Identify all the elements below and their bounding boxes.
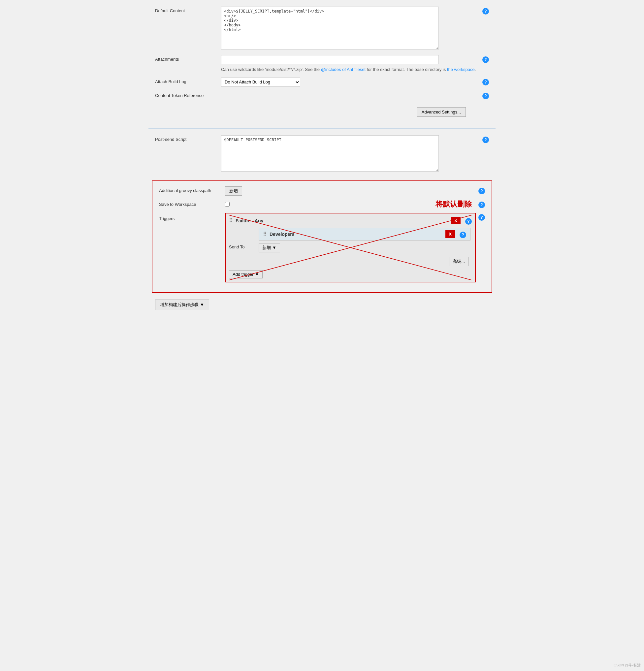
attach-build-log-row: Attach Build Log Do Not Attach Build Log… [155, 77, 489, 87]
post-send-row: Post-send Script $DEFAULT_POSTSEND_SCRIP… [155, 135, 489, 173]
developers-x-button[interactable]: X [445, 230, 455, 238]
trigger-help[interactable]: ? [465, 218, 472, 225]
default-content-area: <div>${JELLY_SCRIPT,template="html"}</di… [221, 7, 480, 50]
section-divider [149, 128, 495, 129]
content-token-row: Content Token Reference ? [155, 91, 489, 99]
add-trigger-label: Add trigger [232, 272, 254, 277]
save-workspace-help[interactable]: ? [478, 202, 485, 208]
trigger-title-row: ⠿ Failure - Any [229, 217, 263, 224]
bottom-bar: 增加构建后操作步骤 ▼ [149, 296, 495, 313]
attach-build-log-label: Attach Build Log [155, 77, 221, 84]
triggers-row: Triggers ⠿ Failure - Any X ? [159, 213, 485, 282]
attachments-area: Can use wildcards like 'module/dist/**/*… [221, 55, 480, 73]
triggers-area: ⠿ Failure - Any X ? Send To [225, 213, 476, 282]
developers-left: ⠿ Developers [263, 231, 294, 237]
add-trigger-button[interactable]: Add trigger ▼ [229, 270, 263, 278]
add-trigger-row: Add trigger ▼ [229, 270, 472, 278]
advanced-small-area: 高级... [258, 255, 472, 266]
main-container: Default Content <div>${JELLY_SCRIPT,temp… [149, 0, 495, 317]
triggers-help[interactable]: ? [478, 214, 485, 221]
add-step-button[interactable]: 增加构建后操作步骤 ▼ [155, 300, 209, 310]
developers-actions: X ? [445, 230, 466, 238]
post-send-area: $DEFAULT_POSTSEND_SCRIPT [221, 135, 480, 173]
delete-default-hint: 将默认删除 [435, 199, 472, 209]
form-section-top: Default Content <div>${JELLY_SCRIPT,temp… [149, 3, 495, 125]
triggers-box: ⠿ Failure - Any X ? Send To [225, 213, 476, 282]
trigger-header: ⠿ Failure - Any X ? [229, 217, 472, 225]
groovy-new-button[interactable]: 新增 [225, 186, 242, 195]
trigger-x-button[interactable]: X [451, 217, 460, 224]
default-content-help[interactable]: ? [482, 8, 489, 14]
advanced-small-button[interactable]: 高级... [449, 257, 468, 266]
trigger-actions: X ? [451, 217, 472, 225]
post-send-section: Post-send Script $DEFAULT_POSTSEND_SCRIP… [149, 132, 495, 180]
content-token-help[interactable]: ? [482, 93, 489, 99]
advanced-btn-row: Advanced Settings... [155, 104, 489, 117]
attach-build-log-select[interactable]: Do Not Attach Build Log Attach Build Log… [221, 77, 300, 87]
attachments-hint: Can use wildcards like 'module/dist/**/*… [221, 66, 480, 73]
attachments-input[interactable] [221, 55, 439, 64]
drag-handle-trigger: ⠿ [229, 217, 233, 224]
attachments-label: Attachments [155, 55, 221, 62]
ant-fileset-link[interactable]: @includes of Ant fileset [321, 67, 366, 72]
add-new-label: 新增 [262, 245, 271, 251]
content-token-label: Content Token Reference [155, 91, 221, 98]
add-step-arrow: ▼ [200, 302, 204, 307]
add-new-area: 新增 ▼ [258, 243, 472, 252]
add-new-button[interactable]: 新增 ▼ [258, 243, 280, 252]
groovy-classpath-row: Additional groovy classpath 新增 ? [159, 186, 485, 195]
groovy-classpath-help[interactable]: ? [478, 188, 485, 194]
attach-build-log-area: Do Not Attach Build Log Attach Build Log… [221, 77, 480, 87]
add-new-arrow: ▼ [272, 245, 277, 250]
save-workspace-checkbox[interactable] [225, 202, 230, 206]
workspace-link[interactable]: the workspace [447, 67, 475, 72]
default-content-wrapper: <div>${JELLY_SCRIPT,template="html"}</di… [221, 7, 439, 50]
default-content-textarea[interactable]: <div>${JELLY_SCRIPT,template="html"}</di… [221, 7, 439, 50]
attachments-row: Attachments Can use wildcards like 'modu… [155, 55, 489, 73]
developers-box: ⠿ Developers X ? [258, 228, 470, 240]
add-step-label: 增加构建后操作步骤 [160, 302, 199, 308]
add-trigger-arrow: ▼ [255, 272, 259, 277]
post-send-textarea[interactable]: $DEFAULT_POSTSEND_SCRIPT [221, 135, 439, 172]
triggers-label: Triggers [159, 213, 225, 221]
send-to-row: Send To ⠿ Developers X ? [229, 228, 472, 266]
post-send-label: Post-send Script [155, 135, 221, 142]
developers-help[interactable]: ? [459, 231, 466, 238]
groovy-classpath-label: Additional groovy classpath [159, 186, 225, 193]
drag-handle-developers: ⠿ [263, 231, 267, 237]
default-content-row: Default Content <div>${JELLY_SCRIPT,temp… [155, 7, 489, 50]
save-workspace-label: Save to Workspace [159, 200, 225, 207]
attachments-help[interactable]: ? [482, 56, 489, 63]
save-workspace-row: Save to Workspace 将默认删除 ? [159, 200, 485, 208]
developers-label: Developers [269, 231, 294, 237]
advanced-settings-button[interactable]: Advanced Settings... [417, 107, 466, 117]
failure-any-title: Failure - Any [236, 218, 263, 223]
default-content-label: Default Content [155, 7, 221, 13]
groovy-classpath-area: 新增 [225, 186, 476, 195]
advanced-settings-box: Additional groovy classpath 新增 ? Save to… [152, 180, 492, 293]
send-to-label: Send To [229, 244, 258, 249]
send-to-content: ⠿ Developers X ? [258, 228, 472, 266]
attach-build-log-help[interactable]: ? [482, 79, 489, 86]
post-send-help[interactable]: ? [482, 137, 489, 143]
